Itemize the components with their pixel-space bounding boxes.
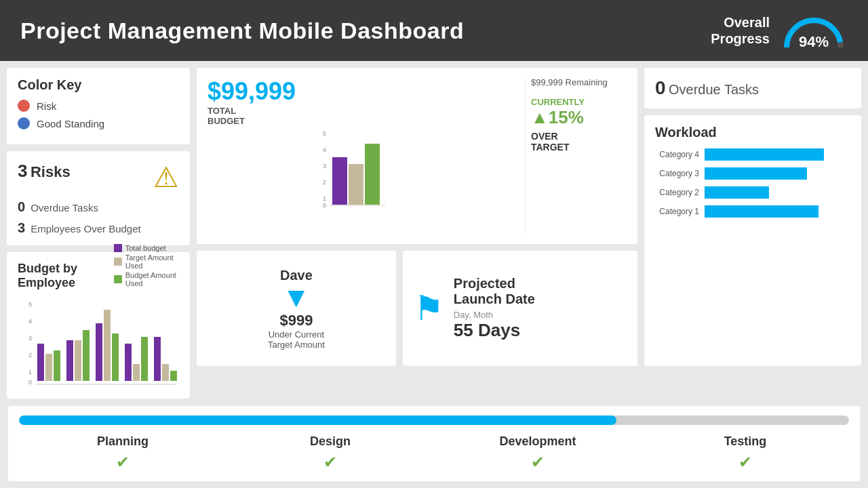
svg-rect-11 (83, 330, 90, 381)
launch-card: ⚑ ProjectedLaunch Date Day, Moth 55 Days (403, 251, 637, 366)
cat4-bar-wrap (705, 148, 850, 161)
svg-rect-19 (162, 364, 169, 381)
svg-text:2: 2 (28, 352, 32, 359)
workload-row-cat1: Category 1 (655, 205, 850, 218)
phase-testing-name: Testing (642, 434, 849, 449)
risks-title-block: 3 Risks (18, 161, 71, 182)
currently-label: CURRENTLY (531, 97, 627, 107)
svg-rect-20 (170, 371, 177, 381)
dave-amount: $999 (279, 312, 313, 329)
svg-rect-28 (332, 157, 347, 205)
dave-down-arrow-icon: ▼ (282, 283, 311, 312)
risks-label: Risks (31, 163, 71, 180)
risks-count: 3 (18, 161, 27, 181)
phase-testing-check: ✔ (642, 453, 849, 472)
phase-development-name: Development (434, 434, 642, 449)
svg-text:1: 1 (323, 195, 326, 202)
overdue-tasks-row: 0 Overdue Tasks (18, 199, 179, 215)
svg-rect-30 (365, 144, 380, 205)
middle-bottom: Dave ▼ $999 Under CurrentTarget Amount ⚑… (197, 251, 637, 366)
svg-rect-18 (154, 337, 161, 381)
svg-rect-7 (45, 354, 52, 381)
risks-header: 3 Risks ⚠ (18, 161, 179, 194)
phase-planning: Planning ✔ (19, 434, 226, 472)
budget-legend: Total budget Target Amount Used Budget A… (114, 244, 179, 287)
arrow-up-icon: ▲ (531, 107, 549, 127)
color-key-title: Color Key (18, 77, 179, 93)
overdue-number: 0 (655, 77, 666, 98)
flag-icon: ⚑ (414, 289, 444, 328)
cat2-bar (705, 186, 769, 199)
svg-rect-29 (349, 164, 363, 205)
launch-days: 55 Days (454, 320, 535, 341)
progress-label: OverallProgress (711, 14, 770, 47)
svg-text:4: 4 (28, 318, 32, 325)
cat4-label: Category 4 (655, 150, 699, 159)
svg-text:4: 4 (323, 146, 326, 153)
progress-percentage: 94% (780, 33, 848, 51)
over-pct: ▲15% (531, 107, 627, 128)
total-budget-label: TOTALBUDGET (208, 106, 515, 126)
color-key-good: Good Standing (18, 117, 179, 129)
budget-mini-chart: 5 4 3 2 1 0 (208, 129, 515, 210)
workload-row-cat2: Category 2 (655, 186, 850, 199)
cat1-bar-wrap (705, 205, 850, 218)
legend-total-label: Total budget (125, 244, 166, 252)
over-budget-count: 3 (18, 220, 25, 236)
legend-target-used: Target Amount Used (114, 253, 179, 270)
overdue-desc: Overdue Tasks (31, 202, 98, 214)
phase-development: Development ✔ (434, 434, 642, 472)
svg-rect-12 (96, 323, 102, 381)
svg-text:5: 5 (323, 130, 326, 137)
legend-budget-used: Budget Amount Used (114, 271, 179, 287)
left-column: Color Key Risk Good Standing 3 Risks ⚠ 0 (7, 68, 190, 366)
svg-rect-14 (112, 333, 119, 381)
launch-date-label: Day, Moth (454, 310, 535, 320)
over-target-label: OVERTARGET (531, 131, 627, 152)
legend-purple-box (114, 244, 122, 252)
overdue-label: Overdue Tasks (669, 82, 759, 97)
risk-dot (18, 100, 30, 112)
header: Project Management Mobile Dashboard Over… (0, 0, 868, 61)
budget-employee-card: Budget by Employee Total budget Target A… (7, 252, 190, 399)
budget-employee-title: Budget by Employee (18, 262, 114, 290)
warning-icon: ⚠ (153, 161, 179, 194)
overall-progress: OverallProgress 94% (711, 10, 848, 51)
legend-budget-label: Budget Amount Used (125, 271, 179, 287)
progress-arc: 94% (780, 10, 848, 51)
cat3-bar-wrap (705, 167, 850, 180)
phase-testing: Testing ✔ (642, 434, 849, 472)
budget-chart-section: $99,999 TOTALBUDGET 5 4 3 2 1 0 (208, 77, 515, 235)
svg-rect-9 (66, 340, 73, 381)
phases-progress-bar (19, 415, 849, 425)
svg-rect-10 (75, 340, 81, 381)
risks-card: 3 Risks ⚠ 0 Overdue Tasks 3 Employees Ov… (7, 151, 190, 245)
phase-design-check: ✔ (226, 453, 434, 472)
cat3-bar (705, 167, 807, 180)
svg-rect-13 (104, 310, 111, 381)
phases-grid: Planning ✔ Design ✔ Development ✔ Testin… (19, 434, 849, 472)
svg-text:5: 5 (28, 301, 32, 308)
launch-title: ProjectedLaunch Date (454, 276, 535, 307)
svg-rect-17 (141, 337, 148, 381)
color-key-card: Color Key Risk Good Standing (7, 68, 190, 144)
total-budget-amount: $99,999 (208, 77, 515, 106)
budget-employee-chart: 5 4 3 2 1 0 (18, 298, 179, 386)
cat1-label: Category 1 (655, 207, 699, 216)
phase-design-name: Design (226, 434, 434, 449)
cat1-bar (705, 205, 818, 218)
svg-text:3: 3 (323, 163, 326, 169)
workload-row-cat4: Category 4 (655, 148, 850, 161)
budget-overview-card: $99,999 TOTALBUDGET 5 4 3 2 1 0 $99,999 … (197, 68, 637, 244)
legend-tan-box (114, 258, 122, 266)
phases-card: Planning ✔ Design ✔ Development ✔ Testin… (8, 406, 860, 481)
cat2-label: Category 2 (655, 188, 699, 197)
workload-title: Workload (655, 125, 850, 140)
dave-description: Under CurrentTarget Amount (268, 329, 325, 350)
page-title: Project Management Mobile Dashboard (20, 18, 464, 44)
workload-row-cat3: Category 3 (655, 167, 850, 180)
launch-info: ProjectedLaunch Date Day, Moth 55 Days (454, 276, 535, 341)
overdue-count: 0 (18, 199, 25, 215)
budget-stats: $99,999 Remaining CURRENTLY ▲15% OVERTAR… (525, 77, 627, 235)
phase-design: Design ✔ (226, 434, 434, 472)
